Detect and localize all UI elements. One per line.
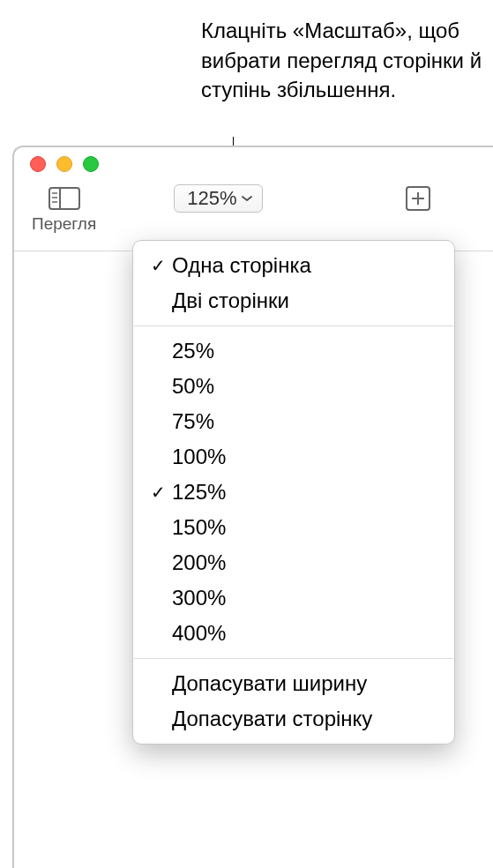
- window-close-button[interactable]: [30, 156, 46, 172]
- view-button[interactable]: [45, 184, 84, 213]
- add-page-button[interactable]: [399, 184, 437, 213]
- menu-separator: [134, 658, 453, 659]
- zoom-dropdown-button[interactable]: 125%: [174, 184, 262, 213]
- menu-item-label: Одна сторінка: [172, 253, 311, 278]
- callout-text: Клацніть «Масштаб», щоб вибрати перегляд…: [201, 16, 488, 105]
- menu-item-fit-page[interactable]: Допасувати сторінку: [133, 701, 454, 737]
- menu-item-zoom-25[interactable]: 25%: [133, 333, 454, 369]
- menu-item-label: 300%: [172, 586, 226, 610]
- menu-separator: [134, 326, 453, 326]
- menu-item-zoom-50[interactable]: 50%: [133, 369, 454, 404]
- menu-item-two-pages[interactable]: Дві сторінки: [133, 283, 454, 318]
- menu-item-label: Дві сторінки: [172, 288, 289, 313]
- svg-rect-0: [49, 188, 79, 209]
- menu-item-label: 150%: [172, 515, 226, 540]
- menu-item-label: Допасувати сторінку: [172, 707, 372, 731]
- menu-item-fit-width[interactable]: Допасувати ширину: [133, 666, 454, 701]
- chevron-down-icon: [241, 195, 253, 202]
- menu-item-label: 75%: [172, 409, 214, 434]
- toolbar: Перегля 125%: [14, 181, 493, 234]
- menu-item-zoom-200[interactable]: 200%: [133, 545, 454, 580]
- checkmark-icon: ✓: [144, 482, 172, 503]
- menu-item-one-page[interactable]: ✓ Одна сторінка: [133, 248, 454, 283]
- zoom-dropdown-menu: ✓ Одна сторінка Дві сторінки 25% 50% 75%…: [132, 240, 455, 745]
- window-titlebar: [14, 147, 493, 181]
- menu-item-label: 400%: [172, 621, 226, 646]
- sidebar-icon: [49, 187, 80, 210]
- menu-item-zoom-400[interactable]: 400%: [133, 616, 454, 651]
- zoom-value: 125%: [187, 187, 236, 210]
- menu-item-zoom-75[interactable]: 75%: [133, 404, 454, 439]
- menu-item-zoom-300[interactable]: 300%: [133, 580, 454, 616]
- checkmark-icon: ✓: [144, 255, 172, 276]
- menu-item-label: 200%: [172, 550, 226, 575]
- toolbar-item-view: Перегля: [32, 184, 96, 234]
- menu-item-zoom-150[interactable]: 150%: [133, 510, 454, 545]
- menu-item-label: 100%: [172, 445, 226, 469]
- toolbar-item-add: [399, 184, 437, 213]
- menu-item-zoom-100[interactable]: 100%: [133, 439, 454, 475]
- window-maximize-button[interactable]: [83, 156, 99, 172]
- menu-item-label: 25%: [172, 339, 214, 363]
- plus-box-icon: [405, 185, 431, 212]
- menu-item-label: Допасувати ширину: [172, 671, 367, 696]
- app-window: Перегля 125%: [12, 146, 493, 868]
- window-minimize-button[interactable]: [56, 156, 72, 172]
- menu-item-zoom-125[interactable]: ✓ 125%: [133, 475, 454, 510]
- menu-item-label: 125%: [172, 480, 226, 505]
- menu-item-label: 50%: [172, 374, 214, 399]
- toolbar-item-zoom: 125%: [174, 184, 262, 213]
- view-label: Перегля: [32, 214, 96, 234]
